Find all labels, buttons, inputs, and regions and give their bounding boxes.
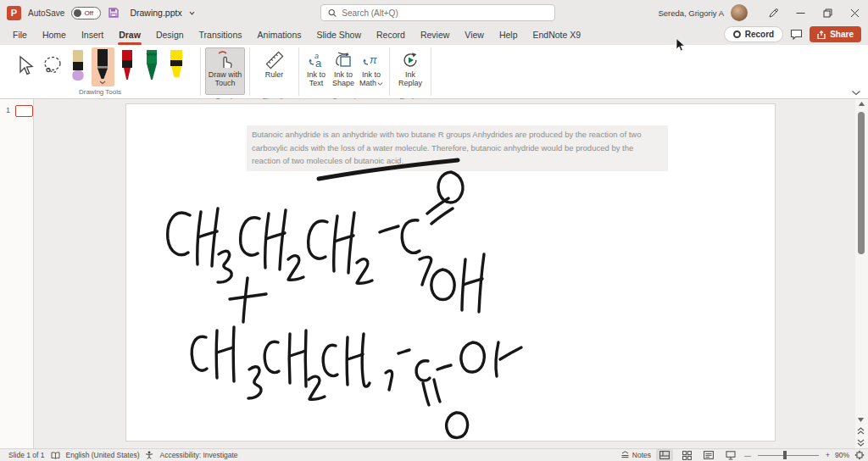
tab-record[interactable]: Record [369, 25, 413, 45]
notes-label: Notes [632, 451, 651, 459]
accessibility-icon [145, 451, 153, 459]
tab-transitions[interactable]: Transitions [192, 25, 250, 45]
share-icon [817, 31, 826, 39]
ink-to-math-icon: π [362, 51, 381, 69]
tab-file[interactable]: File [5, 25, 35, 45]
fit-slide-to-window-icon[interactable] [854, 450, 865, 460]
group-replay: Ink Replay Replay [390, 45, 431, 98]
normal-view-icon [659, 451, 670, 459]
slide-text[interactable]: Butanoic anhydride is an anhydride with … [247, 125, 668, 171]
zoom-slider-thumb[interactable] [783, 451, 787, 459]
search-box[interactable] [320, 4, 555, 21]
svg-text:π: π [370, 53, 377, 66]
share-button[interactable]: Share [810, 26, 861, 42]
autosave-label: AutoSave [28, 8, 64, 18]
document-title[interactable]: Drawing.pptx [130, 8, 181, 18]
select-tool[interactable] [13, 47, 38, 85]
coming-soon-pencil-icon[interactable] [760, 0, 787, 25]
svg-text:a: a [315, 57, 322, 69]
slideshow-view-button[interactable] [722, 449, 739, 461]
ruler-button[interactable]: Ruler [254, 47, 294, 95]
pen-red[interactable] [116, 47, 139, 86]
vertical-scrollbar[interactable] [855, 99, 868, 448]
group-label-drawing-tools: Drawing Tools [79, 86, 121, 98]
group-divider [431, 47, 431, 96]
minimize-button[interactable] [787, 0, 814, 25]
slide-editor: Butanoic anhydride is an anhydride with … [34, 99, 868, 448]
tab-view[interactable]: View [457, 25, 492, 45]
search-icon [328, 8, 337, 18]
draw-with-touch-button[interactable]: Draw with Touch [205, 47, 245, 95]
save-icon[interactable] [108, 7, 120, 19]
chevron-down-icon[interactable] [99, 81, 106, 85]
record-button[interactable]: Record [724, 26, 783, 42]
titlebar-left: P AutoSave Off Drawing.pptx [0, 6, 195, 20]
scrollbar-thumb[interactable] [858, 112, 865, 254]
slide-sorter-icon [682, 451, 692, 460]
scroll-up-icon[interactable] [858, 101, 865, 107]
collapse-ribbon-chevron-icon[interactable] [851, 90, 861, 96]
ink-to-text-icon: a a [307, 51, 326, 69]
ink-replay-icon [401, 51, 420, 69]
pen-green[interactable] [141, 47, 164, 86]
reading-view-icon [704, 451, 714, 459]
notes-icon [620, 451, 630, 459]
tab-review[interactable]: Review [413, 25, 457, 45]
statusbar-right: Notes [620, 449, 865, 461]
tab-design[interactable]: Design [148, 25, 192, 45]
ruler-label: Ruler [265, 70, 284, 79]
reading-view-button[interactable] [700, 449, 717, 461]
ink-replay-button[interactable]: Ink Replay [394, 47, 426, 95]
accessibility-status[interactable]: Accessibility: Investigate [159, 451, 237, 459]
comments-icon[interactable] [790, 29, 803, 40]
ink-to-text-button[interactable]: a a Ink to Text [303, 47, 329, 95]
ink-replay-label: Ink Replay [395, 70, 426, 87]
zoom-slider[interactable] [758, 455, 819, 456]
avatar[interactable] [731, 4, 748, 21]
title-bar: P AutoSave Off Drawing.pptx [0, 0, 868, 25]
zoom-level[interactable]: 90% [835, 451, 849, 459]
slide-number: 1 [6, 106, 10, 114]
group-drawing-tools: Drawing Tools [0, 45, 200, 98]
pen-black[interactable] [92, 47, 114, 86]
notes-button[interactable]: Notes [620, 451, 651, 459]
eraser-tool[interactable] [67, 47, 90, 86]
language-book-icon [51, 452, 60, 459]
restore-button[interactable] [814, 0, 841, 25]
tab-draw[interactable]: Draw [111, 25, 148, 45]
ink-to-shape-label: Ink to Shape [331, 70, 355, 87]
slide-thumbnail[interactable] [15, 105, 33, 117]
draw-with-touch-label: Draw with Touch [206, 70, 244, 87]
scroll-down-icon[interactable] [857, 417, 865, 423]
search-input[interactable] [342, 8, 548, 18]
ink-to-shape-button[interactable]: Ink to Shape [331, 47, 356, 95]
autosave-toggle[interactable]: Off [71, 7, 101, 19]
next-slide-icon[interactable] [857, 439, 865, 447]
tab-home[interactable]: Home [35, 25, 74, 45]
zoom-out-button[interactable]: — [744, 452, 751, 459]
chevron-down-icon[interactable] [189, 11, 195, 15]
red-pen-icon [119, 49, 136, 83]
slide-sorter-view-button[interactable] [678, 449, 695, 461]
ruler-icon [264, 51, 285, 69]
tab-endnote[interactable]: EndNote X9 [526, 25, 589, 45]
slideshow-icon [726, 451, 736, 460]
highlighter-yellow[interactable] [165, 47, 188, 86]
language-status[interactable]: English (United States) [66, 451, 140, 459]
group-touch: Draw with Touch Touch [201, 45, 249, 98]
tab-help[interactable]: Help [492, 25, 526, 45]
zoom-in-button[interactable]: + [826, 451, 830, 459]
tab-animations[interactable]: Animations [250, 25, 309, 45]
user-name[interactable]: Sereda, Grigoriy A [658, 8, 724, 18]
powerpoint-app-icon[interactable]: P [7, 6, 21, 20]
chevron-down-icon[interactable] [377, 82, 383, 86]
slide-indicator[interactable]: Slide 1 of 1 [8, 451, 45, 459]
ink-to-math-button[interactable]: π Ink to Math [358, 47, 385, 95]
tab-insert[interactable]: Insert [74, 25, 111, 45]
close-button[interactable] [841, 0, 868, 25]
slide-canvas[interactable]: Butanoic anhydride is an anhydride with … [125, 103, 776, 442]
normal-view-button[interactable] [656, 449, 673, 461]
previous-slide-icon[interactable] [857, 427, 865, 435]
lasso-select-tool[interactable] [40, 47, 65, 85]
tab-slide-show[interactable]: Slide Show [309, 25, 370, 45]
